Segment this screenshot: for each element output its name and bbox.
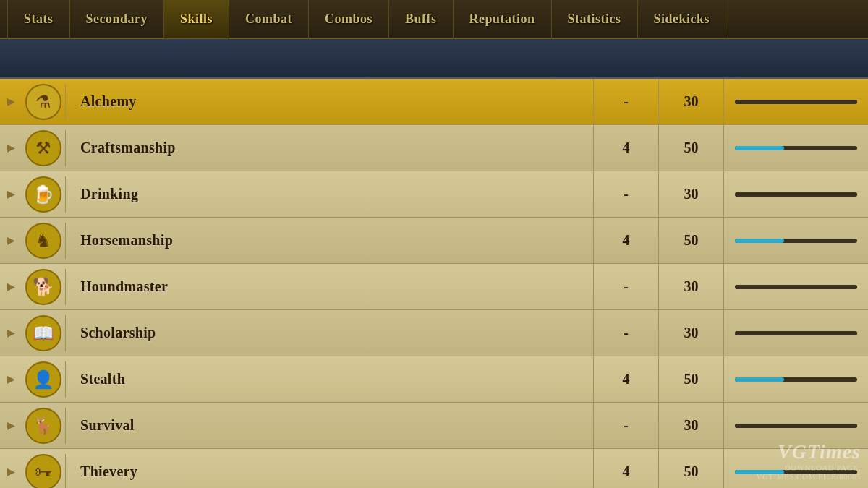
skill-name: Houndmaster — [66, 278, 593, 295]
row-expand-arrow[interactable]: ▶ — [0, 95, 22, 108]
skill-icon-stealth: 👤 — [22, 359, 65, 399]
svg-text:⚗: ⚗ — [35, 93, 51, 111]
skill-name: Thievery — [66, 463, 593, 480]
skill-name: Scholarship — [66, 325, 593, 341]
nav-item-combat[interactable]: Combat — [229, 0, 309, 38]
skill-row[interactable]: ▶ 🍺 Drinking - 30 — [0, 171, 868, 218]
nav-item-sidekicks[interactable]: Sidekicks — [638, 0, 727, 38]
skill-bar-area — [723, 403, 868, 449]
skill-val1: - — [593, 403, 658, 449]
skill-icon-survival: 🦌 — [22, 406, 65, 445]
skill-row[interactable]: ▶ 🦌 Survival - 30 — [0, 403, 868, 449]
skill-icon-thievery: 🗝 — [22, 452, 65, 488]
row-expand-arrow[interactable]: ▶ — [0, 373, 22, 385]
nav-item-buffs[interactable]: Buffs — [389, 0, 454, 38]
row-expand-arrow[interactable]: ▶ — [0, 281, 22, 293]
skill-bar-fill — [735, 239, 784, 243]
skill-name: Horsemanship — [66, 232, 593, 249]
skill-bar-track — [735, 377, 857, 382]
skill-bar-fill — [735, 424, 857, 428]
skill-name: Alchemy — [66, 93, 593, 110]
skill-val1: 4 — [593, 125, 658, 171]
skill-val1: 4 — [593, 356, 658, 403]
column-header — [0, 39, 868, 79]
skill-val2: 30 — [658, 79, 723, 125]
nav-item-secondary[interactable]: Secondary — [70, 0, 165, 38]
skill-val1: - — [593, 310, 658, 356]
skill-row[interactable]: ▶ 👤 Stealth 4 50 — [0, 356, 868, 403]
svg-text:♞: ♞ — [35, 231, 51, 250]
skill-bar-track — [735, 146, 857, 150]
skill-val2: 50 — [658, 125, 723, 171]
skill-bar-fill — [735, 192, 857, 197]
skills-list: ▶ ⚗ Alchemy - 30 ▶ ⚒ Craftsmanship 4 50 — [0, 79, 868, 488]
nav-item-reputation[interactable]: Reputation — [454, 0, 552, 38]
skill-row[interactable]: ▶ ⚗ Alchemy - 30 — [0, 79, 868, 125]
skill-icon-drinking: 🍺 — [22, 174, 65, 214]
skill-name: Stealth — [66, 371, 593, 388]
nav-bar: StatsSecondarySkillsCombatCombosBuffsRep… — [0, 0, 868, 39]
skill-bar-fill — [735, 100, 857, 104]
skill-bar-area — [723, 218, 868, 264]
skill-row[interactable]: ▶ 📖 Scholarship - 30 — [0, 310, 868, 356]
skill-bar-track — [735, 331, 857, 335]
skill-val2: 50 — [658, 356, 723, 403]
svg-text:🦌: 🦌 — [33, 415, 54, 436]
skill-bar-area — [723, 79, 868, 125]
skill-icon-craftsmanship: ⚒ — [22, 128, 65, 168]
skill-row[interactable]: ▶ 🐕 Houndmaster - 30 — [0, 264, 868, 310]
skill-bar-fill — [735, 146, 784, 150]
svg-text:📖: 📖 — [33, 322, 54, 343]
skill-icon-horsemanship: ♞ — [22, 221, 65, 260]
skill-bar-track — [735, 285, 857, 289]
skill-val2: 30 — [658, 403, 723, 449]
skill-bar-track — [735, 239, 857, 243]
row-expand-arrow[interactable]: ▶ — [0, 142, 22, 154]
nav-item-stats[interactable]: Stats — [7, 0, 70, 38]
skill-bar-track — [735, 470, 857, 474]
row-expand-arrow[interactable]: ▶ — [0, 419, 22, 432]
svg-text:🐕: 🐕 — [33, 276, 54, 297]
row-expand-arrow[interactable]: ▶ — [0, 188, 22, 200]
skill-bar-area — [723, 356, 868, 403]
skill-val2: 50 — [658, 449, 723, 489]
skill-bar-area — [723, 310, 868, 356]
skill-icon-alchemy: ⚗ — [22, 82, 65, 121]
svg-text:⚒: ⚒ — [35, 139, 51, 158]
skill-bar-fill — [735, 377, 784, 382]
nav-item-statistics[interactable]: Statistics — [552, 0, 638, 38]
nav-item-combos[interactable]: Combos — [309, 0, 389, 38]
skill-bar-fill — [735, 331, 857, 335]
app-window: StatsSecondarySkillsCombatCombosBuffsRep… — [0, 0, 868, 488]
row-expand-arrow[interactable]: ▶ — [0, 234, 22, 247]
skill-bar-area — [723, 171, 868, 218]
skill-val2: 30 — [658, 310, 723, 356]
row-expand-arrow[interactable]: ▶ — [0, 327, 22, 339]
skill-row[interactable]: ▶ ⚒ Craftsmanship 4 50 — [0, 125, 868, 171]
skill-bar-area — [723, 449, 868, 489]
svg-text:🍺: 🍺 — [33, 184, 54, 205]
skill-val2: 30 — [658, 171, 723, 218]
nav-item-skills[interactable]: Skills — [164, 0, 229, 38]
skill-name: Survival — [66, 417, 593, 434]
skill-bar-fill — [735, 470, 784, 474]
skill-bar-fill — [735, 285, 857, 289]
skill-bar-track — [735, 192, 857, 197]
skill-row[interactable]: ▶ 🗝 Thievery 4 50 — [0, 449, 868, 488]
row-expand-arrow[interactable]: ▶ — [0, 466, 22, 478]
skill-val2: 50 — [658, 218, 723, 264]
skill-bar-track — [735, 424, 857, 428]
svg-text:🗝: 🗝 — [35, 463, 52, 481]
svg-text:👤: 👤 — [33, 369, 54, 390]
skill-bar-area — [723, 264, 868, 310]
skill-val1: - — [593, 264, 658, 310]
skill-val1: - — [593, 171, 658, 218]
skill-name: Drinking — [66, 186, 593, 202]
skill-val2: 30 — [658, 264, 723, 310]
skill-icon-scholarship: 📖 — [22, 313, 65, 353]
skill-bar-track — [735, 100, 857, 104]
skill-row[interactable]: ▶ ♞ Horsemanship 4 50 — [0, 218, 868, 264]
skill-val1: - — [593, 79, 658, 125]
skill-val1: 4 — [593, 449, 658, 489]
skill-val1: 4 — [593, 218, 658, 264]
